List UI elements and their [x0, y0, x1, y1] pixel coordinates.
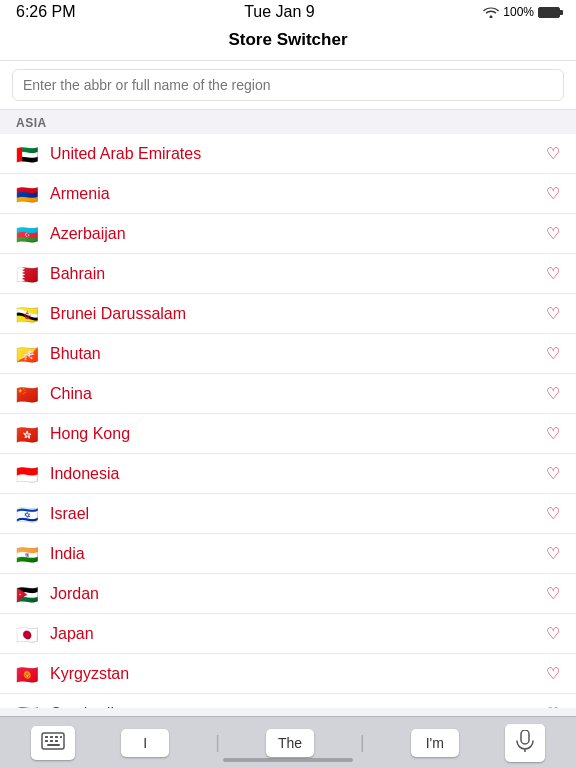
- keyboard-icon: [41, 732, 65, 750]
- favorite-heart-icon[interactable]: ♡: [546, 384, 560, 403]
- favorite-heart-icon[interactable]: ♡: [546, 504, 560, 523]
- section-header: ASIA: [0, 110, 576, 134]
- svg-rect-9: [521, 730, 529, 744]
- svg-rect-3: [55, 736, 58, 738]
- country-name: Brunei Darussalam: [50, 305, 186, 323]
- keyboard-sep-1: |: [215, 732, 220, 753]
- list-item[interactable]: 🇮🇱Israel♡: [0, 494, 576, 534]
- country-item-left: 🇨🇳China: [16, 385, 92, 403]
- list-item[interactable]: 🇰🇭Cambodia♡: [0, 694, 576, 708]
- favorite-heart-icon[interactable]: ♡: [546, 184, 560, 203]
- list-item[interactable]: 🇯🇴Jordan♡: [0, 574, 576, 614]
- search-container: [0, 61, 576, 110]
- country-item-left: 🇰🇬Kyrgyzstan: [16, 665, 129, 683]
- country-name: Cambodia: [50, 705, 123, 709]
- country-item-left: 🇮🇳India: [16, 545, 85, 563]
- country-item-left: 🇯🇴Jordan: [16, 585, 99, 603]
- country-flag: 🇧🇭: [16, 266, 40, 282]
- country-name: China: [50, 385, 92, 403]
- favorite-heart-icon[interactable]: ♡: [546, 224, 560, 243]
- country-flag: 🇮🇩: [16, 466, 40, 482]
- list-item[interactable]: 🇨🇳China♡: [0, 374, 576, 414]
- country-name: Bahrain: [50, 265, 105, 283]
- country-flag: 🇰🇬: [16, 666, 40, 682]
- search-input[interactable]: [12, 69, 564, 101]
- country-flag: 🇧🇹: [16, 346, 40, 362]
- country-flag: 🇰🇭: [16, 706, 40, 709]
- country-item-left: 🇭🇰Hong Kong: [16, 425, 130, 443]
- list-item[interactable]: 🇯🇵Japan♡: [0, 614, 576, 654]
- country-name: Jordan: [50, 585, 99, 603]
- page-title: Store Switcher: [228, 30, 347, 49]
- favorite-heart-icon[interactable]: ♡: [546, 304, 560, 323]
- home-indicator: [223, 758, 353, 762]
- country-item-left: 🇦🇿Azerbaijan: [16, 225, 126, 243]
- country-flag: 🇨🇳: [16, 386, 40, 402]
- country-item-left: 🇧🇭Bahrain: [16, 265, 105, 283]
- favorite-heart-icon[interactable]: ♡: [546, 544, 560, 563]
- country-item-left: 🇧🇹Bhutan: [16, 345, 101, 363]
- list-item[interactable]: 🇧🇳Brunei Darussalam♡: [0, 294, 576, 334]
- battery-icon: [538, 7, 560, 18]
- battery-pct: 100%: [503, 5, 534, 19]
- country-name: Israel: [50, 505, 89, 523]
- favorite-heart-icon[interactable]: ♡: [546, 424, 560, 443]
- country-name: India: [50, 545, 85, 563]
- country-flag: 🇮🇱: [16, 506, 40, 522]
- keyboard-word-btn-3[interactable]: I'm: [411, 729, 459, 757]
- svg-rect-2: [50, 736, 53, 738]
- country-flag: 🇧🇳: [16, 306, 40, 322]
- svg-rect-5: [45, 740, 48, 742]
- list-item[interactable]: 🇮🇩Indonesia♡: [0, 454, 576, 494]
- keyboard-word-btn-1[interactable]: I: [121, 729, 169, 757]
- favorite-heart-icon[interactable]: ♡: [546, 624, 560, 643]
- country-item-left: 🇦🇲Armenia: [16, 185, 110, 203]
- favorite-heart-icon[interactable]: ♡: [546, 344, 560, 363]
- list-item[interactable]: 🇧🇹Bhutan♡: [0, 334, 576, 374]
- keyboard-mic-btn[interactable]: [505, 724, 545, 762]
- list-item[interactable]: 🇰🇬Kyrgyzstan♡: [0, 654, 576, 694]
- country-item-left: 🇰🇭Cambodia: [16, 705, 123, 709]
- favorite-heart-icon[interactable]: ♡: [546, 464, 560, 483]
- svg-rect-8: [47, 744, 60, 746]
- list-item[interactable]: 🇮🇳India♡: [0, 534, 576, 574]
- favorite-heart-icon[interactable]: ♡: [546, 264, 560, 283]
- favorite-heart-icon[interactable]: ♡: [546, 584, 560, 603]
- list-item[interactable]: 🇧🇭Bahrain♡: [0, 254, 576, 294]
- country-flag: 🇯🇵: [16, 626, 40, 642]
- country-flag: 🇦🇿: [16, 226, 40, 242]
- country-flag: 🇦🇲: [16, 186, 40, 202]
- country-flag: 🇯🇴: [16, 586, 40, 602]
- keyboard-word-btn-2[interactable]: The: [266, 729, 314, 757]
- country-item-left: 🇮🇱Israel: [16, 505, 89, 523]
- status-right: 100%: [483, 5, 560, 19]
- country-name: Kyrgyzstan: [50, 665, 129, 683]
- country-name: Bhutan: [50, 345, 101, 363]
- country-flag: 🇭🇰: [16, 426, 40, 442]
- country-name: Armenia: [50, 185, 110, 203]
- wifi-icon: [483, 6, 499, 18]
- status-bar: 6:26 PM Tue Jan 9 100%: [0, 0, 576, 24]
- nav-bar: Store Switcher: [0, 24, 576, 61]
- svg-rect-6: [50, 740, 53, 742]
- country-name: United Arab Emirates: [50, 145, 201, 163]
- country-item-left: 🇮🇩Indonesia: [16, 465, 119, 483]
- list-item[interactable]: 🇦🇲Armenia♡: [0, 174, 576, 214]
- svg-rect-7: [55, 740, 58, 742]
- status-date: Tue Jan 9: [244, 3, 315, 21]
- country-name: Azerbaijan: [50, 225, 126, 243]
- country-name: Indonesia: [50, 465, 119, 483]
- list-item[interactable]: 🇭🇰Hong Kong♡: [0, 414, 576, 454]
- svg-rect-4: [60, 736, 62, 738]
- keyboard-sep-2: |: [360, 732, 365, 753]
- keyboard-emoji-btn[interactable]: [31, 726, 75, 760]
- list-item[interactable]: 🇦🇿Azerbaijan♡: [0, 214, 576, 254]
- list-item[interactable]: 🇦🇪United Arab Emirates♡: [0, 134, 576, 174]
- country-name: Hong Kong: [50, 425, 130, 443]
- status-time: 6:26 PM: [16, 3, 76, 21]
- favorite-heart-icon[interactable]: ♡: [546, 144, 560, 163]
- country-flag: 🇮🇳: [16, 546, 40, 562]
- country-item-left: 🇧🇳Brunei Darussalam: [16, 305, 186, 323]
- favorite-heart-icon[interactable]: ♡: [546, 664, 560, 683]
- favorite-heart-icon[interactable]: ♡: [546, 704, 560, 708]
